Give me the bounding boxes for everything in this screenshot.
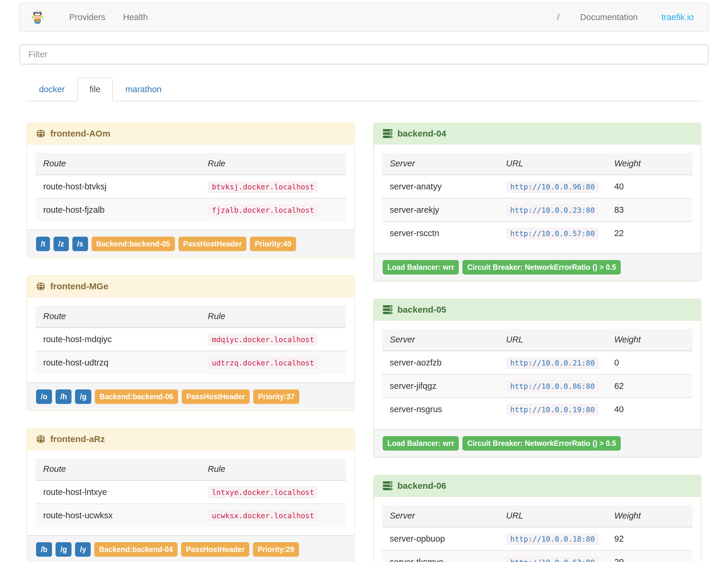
server-url-link[interactable]: http://10.0.0.86:80 [506, 381, 599, 391]
frontend-panel-body: Route Rule route-host-mdqiyc mdqiyc.dock… [27, 297, 354, 382]
servers-table: Server URL Weight server-anatyy http://1… [382, 153, 693, 245]
server-url-link[interactable]: http://10.0.0.18:80 [506, 534, 599, 543]
servers-table: Server URL Weight server-opbuop http://1… [382, 505, 693, 562]
server-weight: 62 [607, 374, 693, 398]
frontend-panel: frontend-MGe Route Rule route-host-mdqiy… [27, 275, 355, 411]
backend-panel-body: Server URL Weight server-anatyy http://1… [374, 144, 701, 253]
route-name: route-host-btvksj [35, 175, 200, 199]
globe-icon [36, 282, 45, 291]
server-weight: 40 [607, 398, 693, 421]
server-column-header: Server [382, 153, 498, 175]
route-name: route-host-ucwksx [35, 504, 200, 527]
rule-column-header: Rule [200, 458, 346, 480]
server-weight: 83 [607, 198, 693, 222]
backend-panel-body: Server URL Weight server-opbuop http://1… [374, 497, 701, 562]
server-name: server-tksmvo [382, 550, 498, 562]
server-column-header: Server [382, 329, 498, 351]
route-column-header: Route [35, 153, 200, 175]
rule-value: lntxye.docker.localhost [208, 486, 318, 498]
frontend-panel-footer: /b/g/yBackend:backend-04PassHostHeaderPr… [27, 535, 354, 562]
server-url: http://10.0.0.18:80 [506, 533, 599, 545]
server-url-link[interactable]: http://10.0.0.19:80 [506, 405, 599, 414]
server-url: http://10.0.0.19:80 [506, 404, 599, 416]
url-column-header: URL [498, 329, 607, 351]
routes-table-header-row: Route Rule [35, 458, 346, 480]
route-name: route-host-mdqiyc [35, 328, 200, 351]
server-column-header: Server [382, 505, 498, 527]
backend-panel-heading: backend-05 [374, 299, 701, 321]
tab-link[interactable]: docker [27, 77, 77, 101]
routes-table-header-row: Route Rule [35, 153, 346, 175]
server-url-link[interactable]: http://10.0.0.21:80 [506, 358, 599, 367]
server-url-link[interactable]: http://10.0.0.23:80 [506, 205, 599, 215]
nav-link-health[interactable]: Health [114, 12, 157, 22]
entrypoint-label: /s [72, 237, 88, 251]
backend-tag-label: Circuit Breaker: NetworkErrorRatio () > … [462, 260, 621, 274]
globe-icon [36, 434, 45, 444]
nav-link-documentation[interactable]: Documentation [571, 12, 646, 22]
frontend-panel-footer: /t/z/sBackend:backend-05PassHostHeaderPr… [27, 230, 354, 258]
servers-table: Server URL Weight server-aozfzb http://1… [382, 329, 693, 421]
server-url: http://10.0.0.86:80 [506, 380, 599, 392]
filter-input[interactable] [19, 44, 709, 64]
frontend-name: frontend-MGe [50, 281, 108, 291]
frontend-tag-label: Backend:backend-06 [95, 389, 178, 404]
server-url-link[interactable]: http://10.0.0.96:80 [506, 182, 599, 191]
server-row: server-jifqgz http://10.0.0.86:80 62 [382, 374, 693, 398]
backend-name: backend-05 [397, 305, 446, 315]
backend-panel: backend-06 Server URL Weight server-opbu… [373, 475, 701, 562]
backends-column: backend-04 Server URL Weight server-anat… [373, 123, 701, 562]
server-name: server-jifqgz [382, 374, 498, 398]
route-row: route-host-mdqiyc mdqiyc.docker.localhos… [35, 328, 346, 351]
tab-link[interactable]: marathon [113, 77, 174, 101]
server-name: server-nsgrus [382, 398, 498, 421]
frontend-name: frontend-AOm [50, 129, 110, 139]
frontend-panel-heading: frontend-AOm [27, 123, 354, 144]
route-row: route-host-btvksj btvksj.docker.localhos… [35, 175, 346, 199]
server-weight: 29 [607, 550, 693, 562]
url-column-header: URL [498, 505, 607, 527]
backend-panel-body: Server URL Weight server-aozfzb http://1… [374, 321, 701, 429]
servers-table-header-row: Server URL Weight [382, 505, 693, 527]
route-row: route-host-ucwksx ucwksx.docker.localhos… [35, 504, 346, 527]
frontends-column: frontend-AOm Route Rule route-host-btvks… [27, 123, 355, 562]
provider-tabs: dockerfilemarathon [27, 77, 701, 101]
frontend-panel-footer: /o/h/gBackend:backend-06PassHostHeaderPr… [27, 382, 354, 410]
traefik-logo[interactable] [31, 10, 44, 25]
globe-icon [36, 129, 45, 138]
entrypoint-label: /t [36, 237, 50, 251]
entrypoint-label: /g [56, 542, 71, 557]
server-url-link[interactable]: http://10.0.0.63:80 [506, 557, 599, 562]
rule-value: udtrzq.docker.localhost [208, 357, 318, 369]
server-name: server-arekjy [382, 198, 498, 222]
frontend-tag-label: Priority:29 [253, 542, 299, 557]
nav-link-providers[interactable]: Providers [60, 12, 114, 22]
server-row: server-rscctn http://10.0.0.57:80 22 [382, 222, 693, 245]
route-row: route-host-fjzalb fjzalb.docker.localhos… [35, 198, 346, 221]
route-column-header: Route [35, 458, 200, 480]
server-stack-icon [383, 129, 393, 138]
backend-panel: backend-04 Server URL Weight server-anat… [373, 123, 701, 282]
server-stack-icon [383, 481, 393, 490]
entrypoint-label: /g [75, 389, 91, 404]
frontend-tag-label: Priority:37 [253, 389, 299, 404]
nav-link-traefik-io[interactable]: traefik.io [658, 12, 697, 22]
rule-value: fjzalb.docker.localhost [208, 204, 318, 216]
routes-table: Route Rule route-host-btvksj btvksj.dock… [35, 153, 346, 221]
entrypoint-label: /y [75, 542, 91, 557]
server-url: http://10.0.0.96:80 [506, 181, 599, 193]
servers-table-header-row: Server URL Weight [382, 329, 693, 351]
traefik-mascot-icon [31, 10, 44, 25]
tab-link[interactable]: file [77, 77, 113, 101]
frontend-tag-label: Backend:backend-05 [92, 237, 175, 251]
navbar-separator: / [545, 12, 571, 22]
server-weight: 92 [607, 527, 693, 551]
server-url-link[interactable]: http://10.0.0.57:80 [506, 228, 599, 238]
backend-panel-heading: backend-06 [374, 475, 701, 497]
route-name: route-host-fjzalb [35, 198, 200, 221]
filter-bar [19, 44, 709, 64]
entrypoint-label: /z [53, 237, 69, 251]
route-name: route-host-udtrzq [35, 351, 200, 374]
server-row: server-nsgrus http://10.0.0.19:80 40 [382, 398, 693, 421]
backend-name: backend-06 [397, 481, 446, 491]
